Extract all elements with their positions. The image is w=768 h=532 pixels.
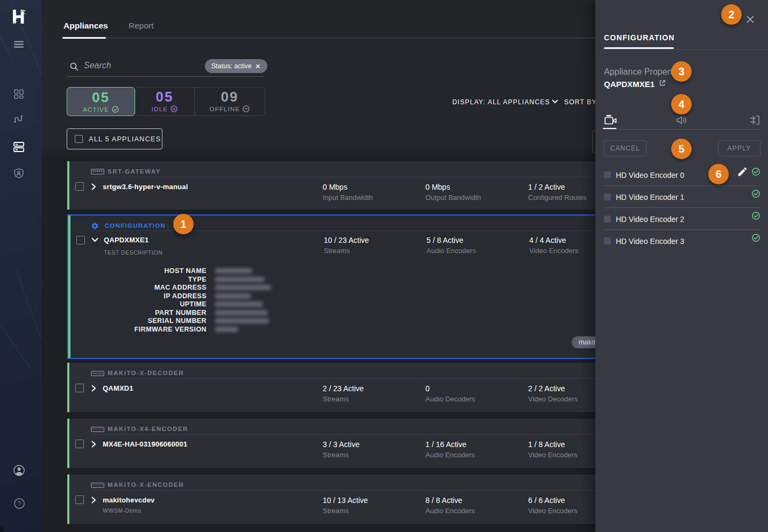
svg-text:?: ? xyxy=(18,500,21,507)
